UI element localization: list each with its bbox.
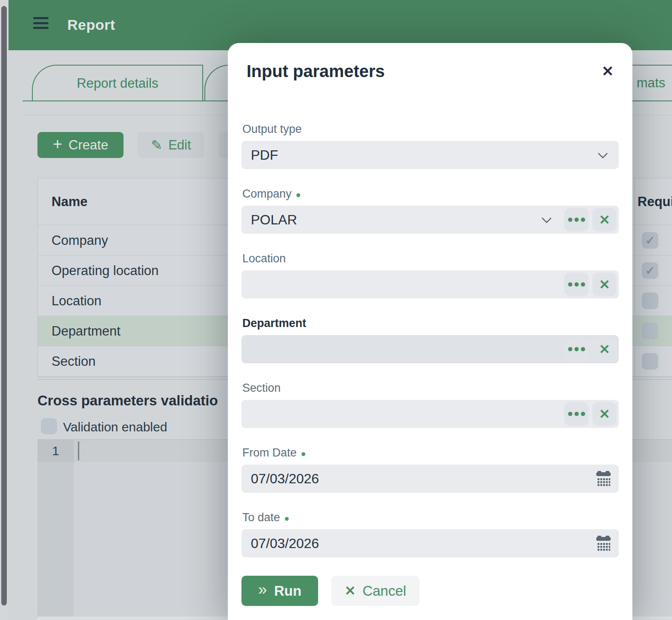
field-value: 07/03/2026 xyxy=(251,471,596,487)
clear-field-button[interactable]: ✕ xyxy=(592,402,617,426)
field-block: To date07/03/2026 xyxy=(241,511,619,557)
more-options-button[interactable] xyxy=(564,402,589,426)
cancel-button[interactable]: ✕ Cancel xyxy=(331,576,419,606)
more-options-button[interactable] xyxy=(564,208,589,232)
field-label: Company xyxy=(242,187,292,201)
field-label: Department xyxy=(242,317,306,330)
modal-actions: » Run ✕ Cancel xyxy=(241,576,619,606)
field-label-row: Department xyxy=(242,317,619,330)
input-parameters-modal: Input parameters ✕ Output typePDFCompany… xyxy=(228,43,632,620)
run-button-label: Run xyxy=(274,583,302,599)
run-icon: » xyxy=(258,581,267,599)
field-input-date[interactable]: 07/03/2026 xyxy=(241,465,619,493)
field-label: Output type xyxy=(242,123,302,136)
field-input-lookup[interactable]: ✕ xyxy=(241,400,619,428)
cancel-button-label: Cancel xyxy=(362,583,406,599)
field-value: POLAR xyxy=(251,212,543,228)
field-block: CompanyPOLAR✕ xyxy=(241,187,619,234)
calendar-icon[interactable] xyxy=(596,471,611,486)
more-options-button[interactable] xyxy=(564,337,589,361)
field-input-date[interactable]: 07/03/2026 xyxy=(241,529,619,557)
close-icon[interactable]: ✕ xyxy=(598,62,617,80)
clear-field-button[interactable]: ✕ xyxy=(592,273,617,296)
required-dot-icon xyxy=(285,517,289,521)
calendar-icon[interactable] xyxy=(596,536,611,551)
clear-field-button[interactable]: ✕ xyxy=(592,208,617,232)
field-block: Section✕ xyxy=(241,382,619,428)
field-block: From Date07/03/2026 xyxy=(241,446,619,493)
field-block: Location✕ xyxy=(241,252,619,299)
field-label: Location xyxy=(242,252,286,265)
field-input-lookup[interactable]: ✕ xyxy=(241,270,619,299)
cancel-x-icon: ✕ xyxy=(345,583,356,599)
required-dot-icon xyxy=(302,452,305,456)
field-label-row: Section xyxy=(242,382,619,395)
field-block: Department✕ xyxy=(241,317,619,363)
modal-fields: Output typePDFCompanyPOLAR✕Location✕Depa… xyxy=(241,123,619,557)
chevron-down-icon xyxy=(541,213,551,223)
field-value: PDF xyxy=(251,147,599,163)
field-input-select[interactable]: PDF xyxy=(241,141,619,169)
chevron-down-icon xyxy=(597,148,608,158)
screen: Report Report details mats + Create ✎ Ed… xyxy=(0,0,672,620)
field-input-lookup_select[interactable]: POLAR✕ xyxy=(241,206,619,234)
field-label-row: To date xyxy=(242,511,619,524)
field-label-row: Company xyxy=(242,187,619,201)
field-label: Section xyxy=(242,382,281,395)
field-label-row: Location xyxy=(242,252,619,265)
more-options-button[interactable] xyxy=(564,273,589,296)
vertical-scrollbar-thumb[interactable] xyxy=(1,6,7,606)
run-button[interactable]: » Run xyxy=(241,576,318,606)
field-label: From Date xyxy=(242,446,297,459)
required-dot-icon xyxy=(296,193,300,197)
modal-title: Input parameters xyxy=(247,62,619,81)
field-value: 07/03/2026 xyxy=(251,536,596,551)
field-label-row: From Date xyxy=(242,446,619,459)
clear-field-button[interactable]: ✕ xyxy=(592,337,617,361)
field-label-row: Output type xyxy=(242,123,619,136)
field-input-lookup[interactable]: ✕ xyxy=(241,335,619,363)
left-scrollbar-rail xyxy=(0,0,9,620)
field-block: Output typePDF xyxy=(241,123,619,169)
field-label: To date xyxy=(242,511,280,524)
